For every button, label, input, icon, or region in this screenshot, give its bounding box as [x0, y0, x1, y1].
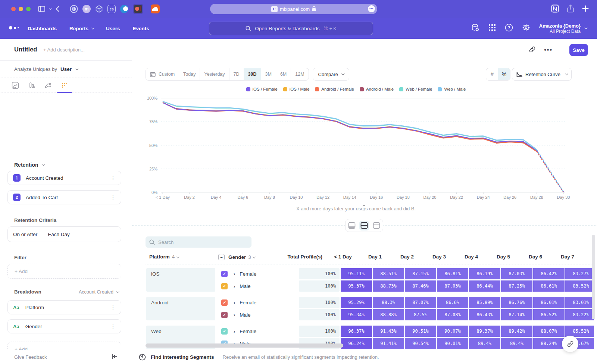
browser-back-icon[interactable] [56, 6, 59, 12]
gender-cell[interactable]: ✓›Female [221, 268, 285, 279]
retention-value-cell[interactable]: 90.51% [405, 326, 436, 337]
retention-value-cell[interactable]: 89.4% [501, 338, 532, 349]
extension-cube-icon[interactable] [95, 5, 103, 13]
copy-link-icon[interactable] [529, 46, 536, 54]
retention-value-cell[interactable]: 95.37% [341, 280, 372, 292]
retention-value-cell[interactable]: 87.14% [501, 309, 532, 320]
series-checkbox[interactable]: ✓ [221, 271, 228, 277]
retention-value-cell[interactable]: 83.52% [565, 280, 594, 292]
retention-value-cell[interactable]: 86.44% [469, 280, 500, 292]
retention-value-cell[interactable]: 86.61% [533, 280, 565, 292]
retention-value-cell[interactable]: 86.52% [533, 309, 565, 320]
retention-value-cell[interactable]: 83.27% [565, 268, 594, 279]
retention-value-cell[interactable]: 85.52% [565, 326, 594, 337]
retention-value-cell[interactable]: 87.5% [405, 309, 436, 320]
retention-value-cell[interactable]: 90.01% [437, 338, 468, 349]
series-checkbox[interactable]: ✓ [221, 312, 228, 318]
retention-value-cell[interactable]: 87.08% [437, 309, 468, 320]
retention-criteria-card[interactable]: On or After Each Day [7, 226, 121, 242]
view-table-only[interactable] [372, 221, 381, 230]
retention-value-cell[interactable]: 88.24% [533, 338, 565, 349]
retention-value-cell[interactable]: 86.81% [437, 268, 468, 279]
retention-value-cell[interactable]: 86.76% [501, 297, 532, 308]
legend-item[interactable]: Android / Female [315, 87, 354, 91]
retention-value-cell[interactable]: 88.88% [373, 309, 404, 320]
vertical-scrollbar[interactable] [592, 235, 595, 319]
gender-cell[interactable]: ✓›Male [221, 309, 285, 320]
retention-value-cell[interactable]: 95.29% [341, 297, 372, 308]
expand-chevron-icon[interactable]: › [234, 271, 235, 277]
legend-item[interactable]: iOS / Male [283, 87, 310, 91]
date-range-3m[interactable]: 3M [261, 68, 276, 80]
extension-reader-icon[interactable] [133, 4, 143, 14]
report-title[interactable]: Untitled [14, 46, 37, 53]
nav-item-dashboards[interactable]: Dashboards [28, 26, 57, 31]
retention-value-cell[interactable]: 86.6% [437, 297, 468, 308]
gender-cell[interactable]: ✓›Male [221, 280, 285, 292]
apps-grid-icon[interactable] [488, 24, 496, 33]
date-range-12m[interactable]: 12M [291, 68, 308, 80]
find-segments-title[interactable]: Find Interesting Segments [151, 354, 214, 360]
nav-item-events[interactable]: Events [133, 26, 149, 31]
retention-value-cell[interactable]: 96.37% [341, 326, 372, 337]
retention-value-cell[interactable]: 83.22% [565, 309, 594, 320]
retention-value-cell[interactable]: 87.25% [501, 280, 532, 292]
global-search[interactable]: Open Reports & Dashboards ⌘ + K [209, 22, 373, 35]
criteria-each-day[interactable]: Each Day [48, 232, 70, 237]
expand-chevron-icon[interactable]: › [234, 329, 235, 334]
settings-gear-icon[interactable] [522, 23, 530, 33]
view-split[interactable] [359, 221, 369, 230]
expand-chevron-icon[interactable]: › [234, 283, 235, 289]
nav-item-reports[interactable]: Reports [69, 26, 93, 31]
date-range-30d[interactable]: 30D [244, 68, 261, 80]
format-percent[interactable]: % [498, 68, 510, 80]
retention-value-cell[interactable]: 85.89% [469, 297, 500, 308]
project-switcher[interactable]: Amazonia {Demo} All Project Data [539, 23, 587, 34]
data-management-icon[interactable] [471, 23, 479, 33]
legend-item[interactable]: Web / Male [438, 87, 466, 91]
criteria-on-or-after[interactable]: On or After [13, 232, 37, 237]
legend-item[interactable]: Android / Male [360, 87, 394, 91]
give-feedback-link[interactable]: Give Feedback [14, 354, 47, 360]
view-chart-only[interactable] [347, 221, 357, 230]
retention-value-cell[interactable]: 91.43% [373, 326, 404, 337]
retention-value-cell[interactable]: 87.03% [501, 268, 532, 279]
mixpanel-logo[interactable] [9, 26, 19, 29]
date-range-custom[interactable]: Custom [146, 68, 179, 80]
compare-button[interactable]: Compare [313, 68, 349, 81]
more-menu-icon[interactable]: ••• [544, 47, 553, 53]
date-range-7d[interactable]: 7D [229, 68, 244, 80]
retention-section-header[interactable]: Retention [14, 162, 44, 168]
retention-value-cell[interactable]: 96.24% [341, 338, 372, 349]
table-search-input[interactable]: Search [146, 236, 251, 248]
collapse-sidebar-icon[interactable] [112, 354, 118, 361]
retention-value-cell[interactable]: 87.15% [405, 268, 436, 279]
extension-js-icon[interactable]: JS [107, 5, 116, 13]
step-options-icon[interactable]: ⋮ [110, 194, 116, 200]
breakdown-scope-dropdown[interactable]: Account Created [79, 289, 118, 295]
report-description-placeholder[interactable]: + Add description... [43, 47, 85, 53]
notion-icon[interactable] [551, 4, 559, 14]
chart-type-dropdown[interactable]: Retention Curve [512, 68, 572, 81]
retention-value-cell[interactable]: 88.3% [373, 297, 404, 308]
series-checkbox[interactable]: ✓ [221, 299, 228, 306]
breakdown-platform[interactable]: Aa Platform ⋮ [7, 300, 121, 314]
legend-item[interactable]: iOS / Female [246, 87, 278, 91]
help-icon[interactable]: ? [505, 23, 513, 33]
traffic-close[interactable] [11, 7, 16, 11]
analyze-value-dropdown[interactable]: User [60, 66, 72, 72]
retention-value-cell[interactable]: 88.73% [373, 280, 404, 292]
gender-column-header[interactable]: –Gender3 [218, 254, 255, 260]
platform-column-header[interactable]: Platform4 [149, 254, 178, 260]
extension-soundcloud-icon[interactable] [151, 4, 160, 13]
retention-value-cell[interactable]: 86.01% [533, 297, 565, 308]
retention-value-cell[interactable]: 88.51% [373, 268, 404, 279]
gender-cell[interactable]: ✓›Female [221, 326, 285, 337]
retention-value-cell[interactable]: 87.07% [405, 297, 436, 308]
retention-value-cell[interactable]: 86.42% [533, 268, 565, 279]
retention-value-cell[interactable]: 90.07% [437, 326, 468, 337]
retention-value-cell[interactable]: 88.07% [533, 326, 565, 337]
date-range-today[interactable]: Today [179, 68, 200, 80]
expand-chevron-icon[interactable]: › [234, 300, 235, 305]
step-options-icon[interactable]: ⋮ [110, 175, 116, 181]
